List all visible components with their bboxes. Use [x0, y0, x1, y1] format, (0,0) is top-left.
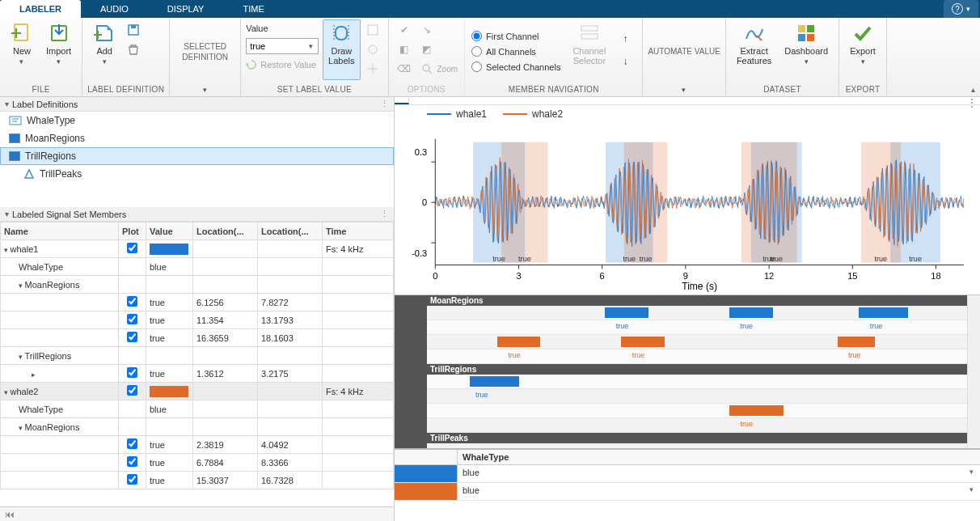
- labeled-members-panel: ▾Labeled Signal Set Members⋮ Name Plot V…: [0, 207, 394, 506]
- table-row[interactable]: true15.303716.7328: [1, 472, 394, 489]
- table-row[interactable]: true2.38194.0492: [1, 436, 394, 454]
- options-tool-2[interactable]: ◧: [395, 40, 413, 58]
- svg-text:true: true: [623, 255, 636, 263]
- col-locmax[interactable]: Location(...: [258, 222, 323, 240]
- add-tag-icon: [94, 23, 115, 44]
- tab-display[interactable]: DISPLAY: [148, 0, 224, 18]
- col-plot[interactable]: Plot: [119, 222, 146, 240]
- extract-features-icon: [744, 23, 765, 44]
- col-name[interactable]: Name: [1, 222, 119, 240]
- trash-icon: [127, 43, 140, 56]
- channel-selector-button[interactable]: Channel Selector: [567, 19, 611, 80]
- ribbon-group-dataset: Extract Features Dashboard▾ DATASET: [726, 18, 839, 96]
- svg-text:0: 0: [433, 271, 437, 281]
- region-scrollbar[interactable]: [967, 295, 980, 448]
- collapse-left-icon[interactable]: ⏮: [5, 509, 15, 520]
- whaletype-row[interactable]: blue: [395, 465, 980, 483]
- nav-selected-channels[interactable]: Selected Channels: [471, 61, 560, 72]
- svg-text:15: 15: [847, 271, 857, 281]
- plot-checkbox[interactable]: [127, 474, 137, 485]
- status-bar: ⏮: [0, 506, 394, 521]
- table-row[interactable]: ▾ TrillRegions: [1, 347, 394, 365]
- table-row[interactable]: true16.365918.1603: [1, 329, 394, 347]
- plot-legend: whale1 whale2: [427, 108, 563, 120]
- save-labeldef-button[interactable]: [125, 21, 142, 39]
- table-row[interactable]: true11.35413.1793: [1, 311, 394, 329]
- svg-text:true: true: [518, 255, 531, 263]
- automate-value-label: AUTOMATE VALUE: [648, 47, 720, 56]
- label-definitions-panel: ▾Label Definitions⋮ WhaleType MoanRegion…: [0, 97, 394, 207]
- svg-text:18: 18: [931, 271, 940, 281]
- help-button[interactable]: ? ▾: [944, 0, 978, 18]
- extract-features-button[interactable]: Extract Features: [731, 19, 777, 80]
- table-row[interactable]: true6.12567.8272: [1, 294, 394, 311]
- export-button[interactable]: Export▾: [844, 19, 881, 80]
- table-row[interactable]: WhaleTypeblue: [1, 400, 394, 418]
- col-locmin[interactable]: Location(...: [193, 222, 258, 240]
- delete-labeldef-button[interactable]: [125, 40, 142, 58]
- tab-labeler[interactable]: LABELER: [0, 0, 81, 18]
- ribbon-group-labeldef: Add▾ LABEL DEFINITION: [82, 18, 170, 96]
- region-hdr-trill: TrillRegions: [427, 364, 967, 375]
- nav-up-button[interactable]: ↑: [616, 30, 634, 48]
- labeldef-trillpeaks[interactable]: TrillPeaks: [0, 165, 394, 183]
- plot-checkbox[interactable]: [127, 456, 137, 467]
- label-definitions-header[interactable]: ▾Label Definitions⋮: [0, 97, 394, 112]
- plot-checkbox[interactable]: [127, 332, 137, 342]
- value-label: Value: [246, 23, 268, 33]
- signal-plot[interactable]: whale1 whale2 truetruetruetruetruetruetr…: [395, 105, 980, 294]
- restore-value-button[interactable]: Restore Value: [260, 60, 316, 70]
- group-label-setlabel: SET LABEL VALUE: [246, 83, 382, 96]
- svg-point-13: [369, 45, 377, 53]
- plot-checkbox[interactable]: [127, 438, 137, 449]
- label-tool-1[interactable]: [364, 21, 382, 39]
- col-value[interactable]: Value: [146, 222, 193, 240]
- table-row[interactable]: WhaleTypeblue: [1, 258, 394, 276]
- group-label-export: EXPORT: [844, 83, 881, 96]
- nav-all-channels[interactable]: All Channels: [471, 46, 560, 57]
- table-row[interactable]: ▾ whale1Fs: 4 kHz: [1, 240, 394, 258]
- whaletype-row[interactable]: blue: [395, 483, 980, 501]
- label-tool-2[interactable]: [364, 40, 382, 58]
- labeldef-moanregions[interactable]: MoanRegions: [0, 129, 394, 147]
- add-labeldef-button[interactable]: Add▾: [87, 19, 121, 80]
- tab-time[interactable]: TIME: [223, 0, 283, 18]
- region-hdr-moan: MoanRegions: [427, 295, 967, 306]
- tab-audio[interactable]: AUDIO: [81, 0, 148, 18]
- import-button[interactable]: Import▾: [40, 19, 77, 80]
- options-tool-4[interactable]: ↘: [418, 21, 436, 39]
- svg-text:Time (s): Time (s): [682, 281, 717, 292]
- labeldef-whaletype[interactable]: WhaleType: [0, 112, 394, 129]
- plot-checkbox[interactable]: [127, 243, 137, 253]
- plot-checkbox[interactable]: [127, 367, 137, 378]
- col-time[interactable]: Time: [323, 222, 394, 240]
- table-row[interactable]: ▾ whale2Fs: 4 kHz: [1, 383, 394, 400]
- options-tool-3[interactable]: ⌫: [395, 60, 413, 78]
- plot-checkbox[interactable]: [127, 296, 137, 307]
- ribbon-toolbar: New▾ Import▾ FILE Add▾ LABEL DEFINITION …: [0, 18, 980, 97]
- nav-first-channel[interactable]: First Channel: [471, 31, 560, 41]
- ribbon-group-selecteddef: SELECTED DEFINITION ▾: [170, 18, 241, 96]
- import-icon: [49, 23, 70, 44]
- svg-rect-18: [798, 25, 805, 32]
- save-icon: [127, 23, 140, 36]
- dashboard-button[interactable]: Dashboard▾: [779, 19, 834, 80]
- region-viewer[interactable]: MoanRegions truetruetrue truetruetrue Tr…: [395, 294, 980, 448]
- plot-checkbox[interactable]: [127, 385, 137, 396]
- labeldef-trillregions[interactable]: TrillRegions: [0, 147, 394, 165]
- plot-checkbox[interactable]: [127, 314, 137, 324]
- table-row[interactable]: ▸true1.36123.2175: [1, 365, 394, 383]
- table-row[interactable]: true6.78848.3366: [1, 454, 394, 472]
- nav-down-button[interactable]: ↓: [616, 53, 634, 70]
- table-row[interactable]: ▾ MoanRegions: [1, 276, 394, 294]
- label-value-input[interactable]: [246, 38, 319, 54]
- draw-labels-button[interactable]: Draw Labels: [323, 19, 360, 80]
- options-tool-1[interactable]: ✔: [395, 21, 413, 39]
- members-table[interactable]: Name Plot Value Location(... Location(..…: [0, 222, 394, 506]
- new-button[interactable]: New▾: [5, 19, 39, 80]
- options-tool-5[interactable]: ◩: [418, 40, 436, 58]
- labeled-members-header[interactable]: ▾Labeled Signal Set Members⋮: [0, 207, 394, 222]
- label-tool-3[interactable]: [364, 60, 382, 78]
- table-row[interactable]: ▾ MoanRegions: [1, 418, 394, 436]
- zoom-button[interactable]: [418, 60, 436, 78]
